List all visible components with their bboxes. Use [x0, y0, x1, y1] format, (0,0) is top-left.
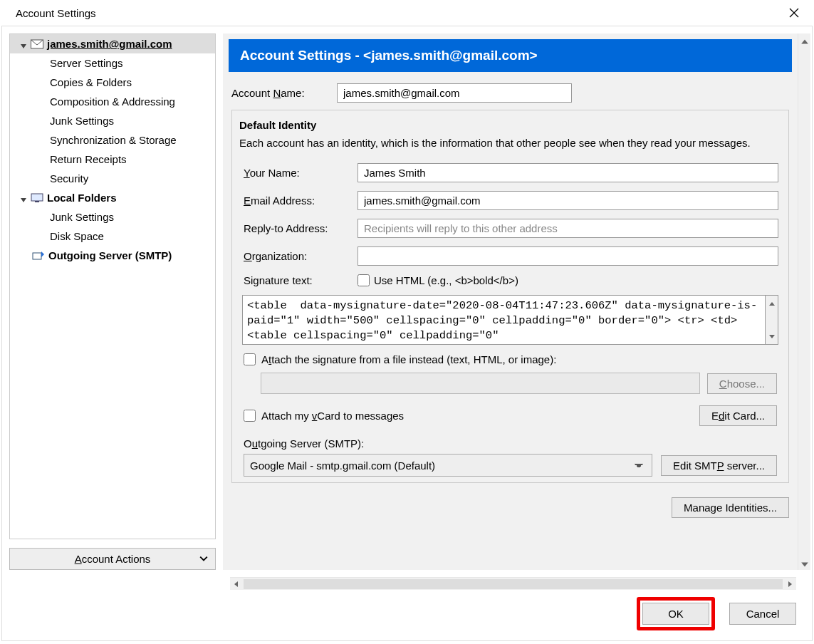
titlebar: Account Settings: [0, 0, 814, 26]
close-button[interactable]: [783, 1, 805, 24]
chevron-down-icon: [768, 330, 776, 342]
ok-button[interactable]: OK: [642, 603, 709, 625]
tree-item-return-receipts[interactable]: Return Receipts: [10, 150, 215, 169]
svg-rect-3: [31, 194, 43, 201]
account-name-label: Account Name:: [231, 87, 337, 99]
tree-local-folders[interactable]: Local Folders: [10, 188, 215, 207]
manage-identities-button[interactable]: Manage Identities...: [672, 497, 789, 518]
identity-desc: Each account has an identity, which is t…: [239, 135, 781, 150]
cancel-button[interactable]: Cancel: [729, 603, 796, 625]
account-actions-rest: ccount Actions: [82, 553, 151, 565]
default-identity-group: Default Identity Each account has an ide…: [231, 110, 789, 483]
window-title: Account Settings: [16, 7, 96, 19]
account-name-row: Account Name:: [223, 82, 798, 104]
tree-item-disk-space[interactable]: Disk Space: [10, 227, 215, 246]
signature-textarea[interactable]: <table data-mysignature-date="2020-08-04…: [242, 295, 766, 345]
your-name-input[interactable]: [358, 163, 778, 182]
vertical-scrollbar[interactable]: [798, 33, 810, 570]
email-label: Email Address:: [244, 194, 358, 207]
tree-item-security[interactable]: Security: [10, 169, 215, 188]
ok-highlight: OK: [637, 597, 715, 630]
attach-file-label: Attach the signature from a file instead…: [261, 353, 556, 365]
dialog-footer: OK Cancel: [2, 590, 812, 640]
choose-file-button[interactable]: Choose...: [707, 373, 777, 394]
chevron-left-icon: [230, 578, 243, 591]
mail-icon: [30, 38, 44, 50]
account-tree[interactable]: james.smith@gmail.com Server Settings Co…: [9, 33, 216, 539]
attach-file-checkbox[interactable]: [244, 353, 256, 365]
scroll-track[interactable]: [244, 579, 783, 589]
email-input[interactable]: [358, 191, 778, 210]
chevron-down-icon: [199, 553, 208, 565]
tree-smtp-label: Outgoing Server (SMTP): [48, 249, 172, 261]
tree-item-local-junk[interactable]: Junk Settings: [10, 207, 215, 227]
content-area: Account Settings - <james.smith@gmail.co…: [223, 33, 810, 570]
send-icon: [31, 250, 46, 261]
smtp-header-label: Outgoing Server (SMTP):: [244, 437, 777, 450]
signature-text-label: Signature text:: [244, 274, 358, 286]
organization-label: Organization:: [244, 250, 358, 262]
chevron-up-icon: [768, 298, 776, 310]
sidebar: james.smith@gmail.com Server Settings Co…: [2, 26, 216, 577]
settings-banner: Account Settings - <james.smith@gmail.co…: [229, 39, 792, 72]
use-html-checkbox[interactable]: [358, 274, 370, 286]
textarea-scrollbar[interactable]: [766, 295, 778, 345]
your-name-label: Your Name:: [244, 167, 358, 179]
main-frame: james.smith@gmail.com Server Settings Co…: [1, 26, 813, 641]
smtp-select[interactable]: Google Mail - smtp.gmail.com (Default): [244, 454, 652, 477]
tree-outgoing-smtp[interactable]: Outgoing Server (SMTP): [10, 246, 215, 265]
chevron-down-icon: [800, 559, 809, 567]
signature-file-path-input: [261, 373, 700, 394]
chevron-down-icon: [20, 40, 28, 48]
use-html-label: Use HTML (e.g., <b>bold</b>): [374, 274, 518, 286]
tree-account-label: james.smith@gmail.com: [47, 38, 172, 50]
replyto-label: Reply-to Address:: [244, 222, 358, 234]
edit-card-button[interactable]: Edit Card...: [699, 405, 777, 426]
edit-smtp-button[interactable]: Edit SMTP server...: [661, 455, 777, 476]
replyto-input[interactable]: [358, 219, 778, 238]
chevron-right-icon: [783, 578, 796, 591]
svg-rect-5: [33, 253, 41, 259]
chevron-up-icon: [800, 36, 809, 45]
tree-item-composition[interactable]: Composition & Addressing: [10, 92, 215, 111]
tree-item-junk[interactable]: Junk Settings: [10, 111, 215, 130]
monitor-icon: [30, 192, 44, 204]
tree-item-server-settings[interactable]: Server Settings: [10, 53, 215, 73]
attach-vcard-label: Attach my vCard to messages: [261, 410, 404, 422]
horizontal-scrollbar[interactable]: [230, 577, 796, 590]
account-name-input[interactable]: [337, 83, 572, 103]
tree-local-folders-label: Local Folders: [47, 192, 117, 204]
identity-title: Default Identity: [239, 119, 781, 131]
attach-vcard-checkbox[interactable]: [244, 410, 256, 422]
close-icon: [789, 8, 799, 18]
chevron-down-icon: [20, 194, 28, 202]
organization-input[interactable]: [358, 246, 778, 266]
svg-rect-4: [35, 201, 39, 202]
tree-item-sync-storage[interactable]: Synchronization & Storage: [10, 130, 215, 150]
account-actions-button[interactable]: Account Actions: [9, 548, 216, 570]
tree-item-copies-folders[interactable]: Copies & Folders: [10, 73, 215, 92]
tree-account-root[interactable]: james.smith@gmail.com: [10, 34, 215, 53]
